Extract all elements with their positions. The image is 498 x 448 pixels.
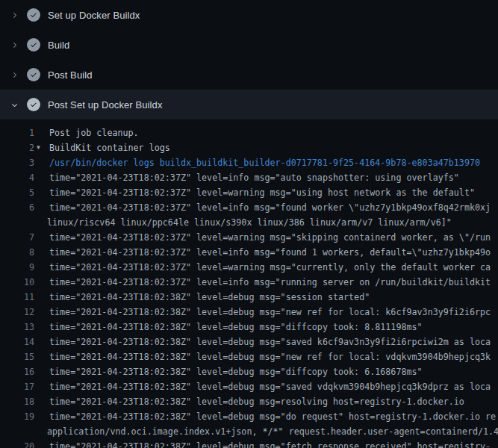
log-line-number[interactable]: 1 [0, 125, 34, 140]
log-line-content: time="2021-04-23T18:02:37Z" level=info m… [34, 245, 498, 260]
log-line-content: application/vnd.oci.image.index.v1+json,… [34, 424, 498, 439]
log-line-content: time="2021-04-23T18:02:38Z" level=debug … [34, 379, 498, 394]
log-line-number[interactable]: 7 [0, 230, 34, 245]
chevron-icon[interactable] [9, 69, 19, 80]
log-line-content: ▼BuildKit container logs [34, 140, 498, 155]
log-text: time="2021-04-23T18:02:37Z" level=warnin… [49, 262, 491, 273]
log-text: time="2021-04-23T18:02:38Z" level=debug … [49, 352, 491, 362]
log-line-number[interactable] [0, 215, 34, 230]
log-line: 15 time="2021-04-23T18:02:38Z" level=deb… [0, 349, 498, 364]
log-text: time="2021-04-23T18:02:38Z" level=debug … [49, 292, 370, 302]
log-text: time="2021-04-23T18:02:38Z" level=debug … [49, 396, 464, 407]
group-collapse-marker-icon[interactable]: ▼ [37, 140, 40, 155]
steps-list: Set up Docker Buildx Build Post Build [0, 0, 498, 119]
log-text: time="2021-04-23T18:02:38Z" level=debug … [49, 367, 423, 377]
log-line-number[interactable]: 12 [0, 305, 34, 320]
log-text: time="2021-04-23T18:02:38Z" level=debug … [49, 382, 491, 392]
step-row-4[interactable]: Post Set up Docker Buildx [0, 90, 498, 119]
log-line: 4 time="2021-04-23T18:02:37Z" level=info… [0, 170, 498, 185]
log-text: time="2021-04-23T18:02:38Z" level=debug … [49, 441, 491, 448]
chevron-icon[interactable] [9, 40, 19, 50]
log-line-number[interactable]: 2 [0, 140, 34, 155]
step-label: Post Set up Docker Buildx [48, 99, 163, 111]
log-line-content: time="2021-04-23T18:02:38Z" level=debug … [34, 349, 498, 364]
log-line: 3 /usr/bin/docker logs buildx_buildkit_b… [0, 155, 498, 170]
log-text: linux/riscv64 linux/ppc64le linux/s390x … [47, 217, 452, 228]
log-line: 2 ▼BuildKit container logs [0, 140, 498, 155]
log-text: Post job cleanup. [49, 128, 139, 138]
log-line: 20 time="2021-04-23T18:02:38Z" level=deb… [0, 439, 498, 448]
check-circle-icon [27, 68, 40, 81]
check-circle-icon [27, 98, 40, 111]
log-line-content: linux/riscv64 linux/ppc64le linux/s390x … [34, 215, 498, 230]
log-line-content: time="2021-04-23T18:02:38Z" level=debug … [34, 439, 498, 448]
log-line: 12 time="2021-04-23T18:02:38Z" level=deb… [0, 305, 498, 320]
log-line-content: /usr/bin/docker logs buildx_buildkit_bui… [34, 155, 498, 170]
log-line: 14 time="2021-04-23T18:02:38Z" level=deb… [0, 335, 498, 349]
log-line-content: Post job cleanup. [34, 125, 498, 140]
log-text: time="2021-04-23T18:02:37Z" level=info m… [49, 277, 491, 287]
log-line: 8 time="2021-04-23T18:02:37Z" level=info… [0, 245, 498, 260]
check-circle-icon [27, 8, 40, 22]
log-line: 18 time="2021-04-23T18:02:38Z" level=deb… [0, 394, 498, 409]
log-line: 9 time="2021-04-23T18:02:37Z" level=warn… [0, 260, 498, 275]
log-line: 7 time="2021-04-23T18:02:37Z" level=warn… [0, 230, 498, 245]
log-line: 11 time="2021-04-23T18:02:38Z" level=deb… [0, 290, 498, 305]
log-line-number[interactable]: 18 [0, 394, 34, 409]
log-line-number[interactable]: 19 [0, 409, 34, 424]
log-line-number[interactable]: 11 [0, 290, 34, 305]
log-line-content: time="2021-04-23T18:02:38Z" level=debug … [34, 335, 498, 349]
log-line-content: time="2021-04-23T18:02:37Z" level=info m… [34, 170, 498, 185]
log-line-content: time="2021-04-23T18:02:37Z" level=info m… [34, 275, 498, 290]
log-text: BuildKit container logs [49, 143, 170, 153]
log-line-number[interactable]: 15 [0, 349, 34, 364]
log-line: 10 time="2021-04-23T18:02:37Z" level=inf… [0, 275, 498, 290]
log-line-content: time="2021-04-23T18:02:38Z" level=debug … [34, 290, 498, 305]
log-line-content: time="2021-04-23T18:02:38Z" level=debug … [34, 409, 498, 424]
step-label: Post Build [48, 69, 93, 81]
log-text: time="2021-04-23T18:02:37Z" level=info m… [49, 172, 459, 183]
log-line: 1 Post job cleanup. [0, 125, 498, 140]
log-line-content: time="2021-04-23T18:02:37Z" level=warnin… [34, 230, 498, 245]
log-text: time="2021-04-23T18:02:37Z" level=warnin… [49, 232, 491, 243]
log-line-content: time="2021-04-23T18:02:37Z" level=warnin… [34, 260, 498, 275]
log-text: time="2021-04-23T18:02:37Z" level=info m… [49, 202, 491, 213]
log-line-number[interactable]: 5 [0, 185, 34, 200]
log-line-content: time="2021-04-23T18:02:38Z" level=debug … [34, 320, 498, 335]
log-line: 6 time="2021-04-23T18:02:37Z" level=info… [0, 200, 498, 215]
log-line: 17 time="2021-04-23T18:02:38Z" level=deb… [0, 379, 498, 394]
step-row-2[interactable]: Build [0, 30, 498, 60]
log-text: application/vnd.oci.image.index.v1+json,… [47, 426, 498, 437]
log-text: time="2021-04-23T18:02:37Z" level=info m… [49, 247, 491, 258]
log-text: time="2021-04-23T18:02:37Z" level=warnin… [49, 187, 475, 198]
log-line-number[interactable]: 10 [0, 275, 34, 290]
log-line: 13 time="2021-04-23T18:02:38Z" level=deb… [0, 320, 498, 335]
log-viewer: 1 Post job cleanup. 2 ▼BuildKit containe… [0, 119, 498, 448]
log-text: time="2021-04-23T18:02:38Z" level=debug … [49, 337, 491, 347]
log-line-number[interactable]: 17 [0, 379, 34, 394]
step-label: Set up Docker Buildx [48, 10, 140, 21]
log-line-number[interactable]: 8 [0, 245, 34, 260]
log-line-content: time="2021-04-23T18:02:37Z" level=warnin… [34, 185, 498, 200]
step-row-1[interactable]: Set up Docker Buildx [0, 0, 498, 30]
log-line-number[interactable]: 14 [0, 335, 34, 349]
log-line-number[interactable]: 3 [0, 155, 34, 170]
chevron-down-icon[interactable] [9, 99, 19, 110]
log-line: 16 time="2021-04-23T18:02:38Z" level=deb… [0, 364, 498, 379]
log-line-number[interactable]: 13 [0, 320, 34, 335]
log-line: 5 time="2021-04-23T18:02:37Z" level=warn… [0, 185, 498, 200]
step-label: Build [48, 40, 69, 51]
log-line-number[interactable]: 4 [0, 170, 34, 185]
log-line-number[interactable]: 9 [0, 260, 34, 275]
log-text: time="2021-04-23T18:02:38Z" level=debug … [49, 411, 496, 422]
log-line-content: time="2021-04-23T18:02:38Z" level=debug … [34, 364, 498, 379]
log-line: linux/riscv64 linux/ppc64le linux/s390x … [0, 215, 498, 230]
log-text: time="2021-04-23T18:02:38Z" level=debug … [49, 322, 423, 332]
log-line-content: time="2021-04-23T18:02:38Z" level=debug … [34, 305, 498, 320]
log-line-number[interactable]: 6 [0, 200, 34, 215]
log-line-number[interactable]: 16 [0, 364, 34, 379]
step-row-3[interactable]: Post Build [0, 60, 498, 90]
chevron-icon[interactable] [9, 10, 19, 20]
log-line-number[interactable] [0, 424, 34, 439]
log-line-number[interactable]: 20 [0, 439, 34, 448]
